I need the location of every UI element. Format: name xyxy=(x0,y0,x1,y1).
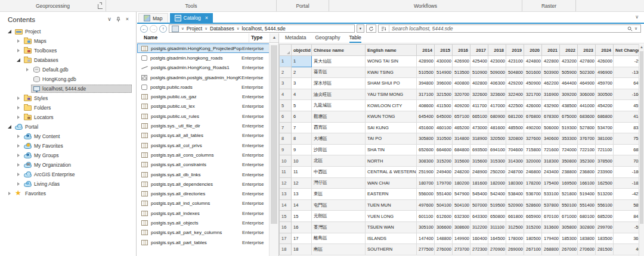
column-header-2014[interactable]: 2014 xyxy=(417,45,435,56)
type-column-header[interactable]: Type xyxy=(249,33,270,42)
row-number[interactable]: 7 xyxy=(280,122,292,133)
table-cell[interactable]: 236800 xyxy=(578,166,596,177)
table-cell[interactable]: 5 xyxy=(292,100,312,111)
table-cell[interactable]: 462200 xyxy=(542,78,560,89)
table-cell[interactable]: 704600 xyxy=(506,144,524,155)
tree-item-arcgis-enterprise[interactable]: ArcGIS Enterprise xyxy=(0,170,136,179)
table-cell[interactable]: 36100 xyxy=(614,233,640,244)
table-cell[interactable]: 665900 xyxy=(524,211,542,222)
expander-collapsed-icon[interactable] xyxy=(16,38,22,45)
table-cell[interactable]: 423100 xyxy=(506,56,524,67)
table-cell[interactable]: 686800 xyxy=(596,111,614,122)
table-cell[interactable]: 249400 xyxy=(435,166,453,177)
table-cell[interactable]: 678300 xyxy=(542,111,560,122)
expander-collapsed-icon[interactable] xyxy=(16,143,22,149)
tree-item-my-content[interactable]: My Content xyxy=(0,132,136,141)
table-cell[interactable]: 506000 xyxy=(542,122,560,133)
row-number[interactable]: 16 xyxy=(280,221,292,233)
row-number[interactable]: 15 xyxy=(280,211,292,222)
table-cell[interactable]: 411700 xyxy=(470,100,488,111)
expander-collapsed-icon[interactable] xyxy=(16,133,22,140)
table-cell[interactable]: 681200 xyxy=(506,111,524,122)
column-header-net-change[interactable]: Net Change xyxy=(614,45,640,56)
breadcrumb-current[interactable]: localhost, 5444.sde xyxy=(242,26,285,32)
table-cell[interactable]: 58500 xyxy=(614,199,640,211)
tree-item-hongkong-gdb[interactable]: HongKong.gdb xyxy=(0,74,136,84)
table-cell[interactable]: 320000 xyxy=(524,155,542,167)
tree-item-databases[interactable]: Databases xyxy=(0,55,136,65)
table-cell[interactable]: 4000 xyxy=(614,244,640,255)
table-cell[interactable]: 473000 xyxy=(470,122,488,133)
table-cell[interactable]: 505900 xyxy=(560,67,578,78)
table-cell[interactable]: 454200 xyxy=(596,100,614,111)
table-cell[interactable]: CENTRAL & WESTERN xyxy=(366,166,417,177)
table-cell[interactable]: 317100 xyxy=(417,89,435,100)
table-cell[interactable]: 645400 xyxy=(417,111,435,122)
table-cell[interactable]: 510500 xyxy=(417,67,435,78)
table-cell[interactable]: 422500 xyxy=(506,100,524,111)
table-cell[interactable]: 320700 xyxy=(453,89,470,100)
tree-item-my-favorites[interactable]: My Favorites xyxy=(0,141,136,151)
table-cell[interactable]: 542400 xyxy=(488,189,506,200)
table-cell[interactable]: 248900 xyxy=(470,166,488,177)
table-cell[interactable]: 310500 xyxy=(435,133,453,145)
table-cell[interactable]: 305800 xyxy=(560,221,578,233)
table-cell[interactable]: 396000 xyxy=(435,78,453,89)
table-cell[interactable]: 深水埗區 xyxy=(312,78,366,89)
table-cell[interactable]: 10 xyxy=(292,155,312,167)
expander-expanded-icon[interactable] xyxy=(7,124,13,130)
table-cell[interactable]: -18000 xyxy=(614,166,640,177)
table-cell[interactable]: 504100 xyxy=(453,199,470,211)
table-cell[interactable]: 670100 xyxy=(542,211,560,222)
refresh-icon[interactable] xyxy=(366,24,376,33)
column-header-2021[interactable]: 2021 xyxy=(542,45,560,56)
table-cell[interactable]: 166100 xyxy=(578,177,596,189)
table-cell[interactable]: 油尖旺區 xyxy=(312,89,366,100)
table-cell[interactable]: 312500 xyxy=(506,221,524,233)
table-cell[interactable]: 664600 xyxy=(435,144,453,155)
table-cell[interactable]: 250200 xyxy=(488,166,506,177)
table-cell[interactable]: YUEN LONG xyxy=(366,211,417,222)
table-cell[interactable]: 464900 xyxy=(578,78,596,89)
table-cell[interactable]: 83100 xyxy=(614,122,640,133)
table-cell[interactable]: 162500 xyxy=(596,177,614,189)
table-cell[interactable]: 黃大仙區 xyxy=(312,56,366,67)
table-cell[interactable]: 248200 xyxy=(453,166,470,177)
table-cell[interactable]: 273700 xyxy=(453,244,470,255)
table-cell[interactable]: 315200 xyxy=(524,221,542,233)
table-cell[interactable]: ISLANDS xyxy=(366,233,417,244)
table-cell[interactable]: 175400 xyxy=(542,177,560,189)
tree-item-default-gdb[interactable]: Default.gdb xyxy=(0,65,136,74)
list-item[interactable]: postgis.sys.all_constraintsEnterprise xyxy=(137,160,270,170)
table-cell[interactable]: 311100 xyxy=(488,221,506,233)
table-cell[interactable]: 306000 xyxy=(578,89,596,100)
table-cell[interactable]: 西貢區 xyxy=(312,122,366,133)
table-cell[interactable]: 315200 xyxy=(435,155,453,167)
table-cell[interactable]: 519400 xyxy=(578,189,596,200)
table-cell[interactable]: 314300 xyxy=(506,155,524,167)
table-cell[interactable]: 148800 xyxy=(435,233,453,244)
table-cell[interactable]: 17 xyxy=(292,233,312,244)
table-cell[interactable]: 313600 xyxy=(542,221,560,233)
table-cell[interactable]: 41400 xyxy=(614,111,640,122)
table-cell[interactable]: 316900 xyxy=(542,89,560,100)
table-cell[interactable]: -42700 xyxy=(614,189,640,200)
search-options-chevron-icon[interactable]: ∨ xyxy=(633,26,640,31)
list-item[interactable]: postgis.sys.all_col_privsEnterprise xyxy=(137,141,270,150)
table-cell[interactable]: 504800 xyxy=(506,67,524,78)
detail-tab-metadata[interactable]: Metadata xyxy=(285,33,306,43)
pin-icon[interactable] xyxy=(114,15,123,24)
search-icon[interactable] xyxy=(627,23,633,34)
table-cell[interactable]: 180300 xyxy=(506,177,524,189)
row-number[interactable]: 3 xyxy=(280,78,292,89)
table-cell[interactable]: 645000 xyxy=(435,111,453,122)
close-tab-icon[interactable]: × xyxy=(205,15,208,21)
expander-collapsed-icon[interactable] xyxy=(16,181,22,188)
table-cell[interactable]: 308300 xyxy=(417,155,435,167)
table-cell[interactable]: 680100 xyxy=(578,211,596,222)
table-cell[interactable]: 381000 xyxy=(596,133,614,145)
table-cell[interactable]: 13 xyxy=(292,189,312,200)
table-cell[interactable]: 270600 xyxy=(578,244,596,255)
table-cell[interactable]: 12 xyxy=(292,177,312,189)
table-cell[interactable]: 183800 xyxy=(578,233,596,244)
